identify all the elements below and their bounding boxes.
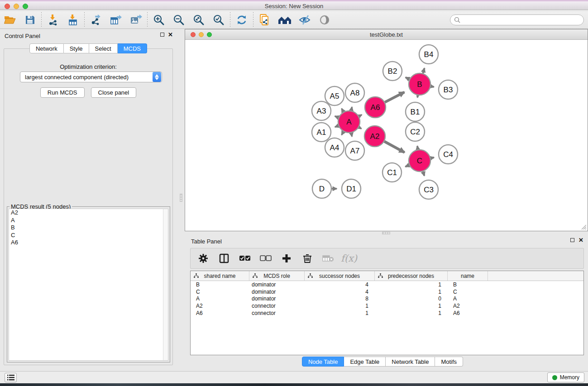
deselect-all-rows-icon[interactable] — [258, 251, 273, 266]
result-list-item[interactable]: A6 — [9, 239, 168, 247]
close-panel-icon[interactable]: ✕ — [168, 33, 173, 37]
edge-A-A6[interactable] — [359, 114, 362, 116]
close-table-panel-icon[interactable]: ✕ — [578, 238, 583, 242]
node-A7[interactable]: A7 — [345, 141, 364, 160]
export-image-icon[interactable] — [126, 12, 146, 28]
export-table-icon[interactable] — [106, 12, 126, 28]
zoom-selected-icon[interactable] — [209, 12, 229, 28]
node-B[interactable]: B — [409, 73, 430, 95]
node-B1[interactable]: B1 — [406, 102, 425, 121]
mcds-result-list[interactable]: A2ABCA6 — [9, 209, 168, 361]
column-header-predecessor-nodes[interactable]: predecessor nodes — [375, 271, 448, 281]
memory-button[interactable]: Memory — [547, 372, 584, 382]
edge-B-B4[interactable] — [423, 68, 424, 73]
delete-column-icon[interactable] — [300, 251, 315, 266]
select-all-rows-icon[interactable] — [238, 251, 252, 266]
edge-C-C4[interactable] — [430, 157, 434, 158]
edge-A-A1[interactable] — [335, 126, 339, 127]
zoom-out-icon[interactable] — [169, 12, 189, 28]
table-row[interactable]: Adominator80A — [191, 295, 583, 303]
node-A3[interactable]: A3 — [312, 101, 331, 120]
ndex-home-icon[interactable] — [275, 12, 295, 28]
import-network-icon[interactable] — [43, 12, 63, 28]
edge-A-A2[interactable] — [359, 127, 362, 129]
node-B4[interactable]: B4 — [419, 45, 438, 64]
result-list-item[interactable]: C — [9, 232, 168, 239]
node-A1[interactable]: A1 — [312, 123, 331, 142]
edge-C-C1[interactable] — [405, 165, 409, 167]
table-row[interactable]: Bdominator41B — [191, 281, 583, 288]
table-row[interactable]: A6connector11A6 — [191, 310, 583, 317]
edge-A-A4[interactable] — [342, 132, 344, 135]
node-table[interactable]: shared nameMCDS rolesuccessor nodesprede… — [190, 271, 584, 355]
column-header-shared-name[interactable]: shared name — [191, 271, 249, 281]
tab-mcds[interactable]: MCDS — [118, 43, 147, 53]
tab-style[interactable]: Style — [64, 43, 89, 53]
float-table-panel-icon[interactable] — [570, 238, 574, 242]
vertical-split-handle[interactable] — [180, 194, 182, 202]
edge-B-B1[interactable] — [417, 95, 418, 98]
close-panel-button[interactable]: Close panel — [91, 87, 137, 98]
tab-network-table[interactable]: Network Table — [386, 357, 435, 367]
node-B2[interactable]: B2 — [383, 62, 402, 81]
column-header-successor-nodes[interactable]: successor nodes — [305, 271, 375, 281]
edge-A-A3[interactable] — [335, 116, 339, 118]
result-scrollbar[interactable] — [163, 209, 168, 360]
edge-A2-C[interactable] — [384, 141, 405, 152]
zoom-fit-icon[interactable] — [189, 12, 209, 28]
edge-B-B2[interactable] — [406, 77, 410, 79]
criterion-dropdown[interactable]: largest connected component (directed) — [20, 71, 162, 82]
node-A4[interactable]: A4 — [325, 138, 344, 157]
tab-network[interactable]: Network — [29, 43, 64, 53]
node-C1[interactable]: C1 — [382, 163, 402, 182]
task-history-button[interactable] — [5, 373, 17, 382]
refresh-icon[interactable] — [232, 12, 252, 28]
export-network-icon[interactable] — [86, 12, 106, 28]
new-session-from-network-icon[interactable] — [255, 12, 275, 28]
node-C3[interactable]: C3 — [419, 180, 438, 199]
birdseye-view-icon[interactable] — [315, 12, 335, 28]
column-visibility-icon[interactable] — [217, 251, 231, 266]
node-C4[interactable]: C4 — [439, 145, 458, 164]
table-row[interactable]: A2connector11A2 — [191, 302, 583, 310]
node-A6[interactable]: A6 — [365, 97, 386, 118]
node-C2[interactable]: C2 — [406, 122, 425, 141]
import-table-icon[interactable] — [63, 12, 83, 28]
node-D1[interactable]: D1 — [342, 179, 361, 198]
node-A5[interactable]: A5 — [325, 86, 344, 105]
zoom-in-icon[interactable] — [149, 12, 169, 28]
tab-node-table[interactable]: Node Table — [302, 357, 344, 367]
network-window-titlebar[interactable]: testGlobe.txt — [185, 29, 588, 40]
edge-A-A7[interactable] — [351, 133, 352, 136]
hide-graphics-details-icon[interactable] — [295, 12, 315, 28]
edge-A-A8[interactable] — [351, 107, 352, 110]
horizontal-split-handle[interactable] — [382, 232, 390, 234]
node-A[interactable]: A — [338, 111, 360, 133]
node-A8[interactable]: A8 — [345, 83, 364, 102]
column-header-name[interactable]: name — [448, 271, 488, 281]
column-header-MCDS-role[interactable]: MCDS role — [249, 271, 305, 281]
edge-C-C3[interactable] — [423, 172, 424, 176]
tab-motifs[interactable]: Motifs — [435, 357, 463, 367]
search-input[interactable] — [461, 16, 583, 24]
search-box[interactable] — [450, 14, 584, 25]
node-A2[interactable]: A2 — [364, 126, 385, 147]
edge-C-C2[interactable] — [417, 146, 418, 150]
network-canvas[interactable]: B4B2BB3A8A5A6A3B1AA1C2A2A4A7C4CC1DD1C3 — [185, 40, 588, 231]
node-D[interactable]: D — [312, 179, 331, 198]
edge-A6-B[interactable] — [385, 92, 404, 102]
add-column-icon[interactable] — [279, 251, 294, 266]
node-C[interactable]: C — [409, 150, 430, 172]
open-file-icon[interactable] — [0, 12, 20, 28]
edge-A-A5[interactable] — [342, 109, 344, 112]
run-mcds-button[interactable]: Run MCDS — [40, 87, 85, 98]
result-list-item[interactable]: A2 — [9, 209, 168, 217]
save-session-icon[interactable] — [20, 12, 40, 28]
function-builder-icon[interactable]: f(x) — [342, 251, 356, 266]
result-list-item[interactable]: A — [9, 217, 168, 224]
tab-edge-table[interactable]: Edge Table — [344, 357, 386, 367]
node-B3[interactable]: B3 — [439, 80, 458, 99]
table-row[interactable]: Cdominator41C — [191, 288, 583, 295]
table-settings-icon[interactable] — [196, 251, 210, 266]
result-list-item[interactable]: B — [9, 224, 168, 232]
